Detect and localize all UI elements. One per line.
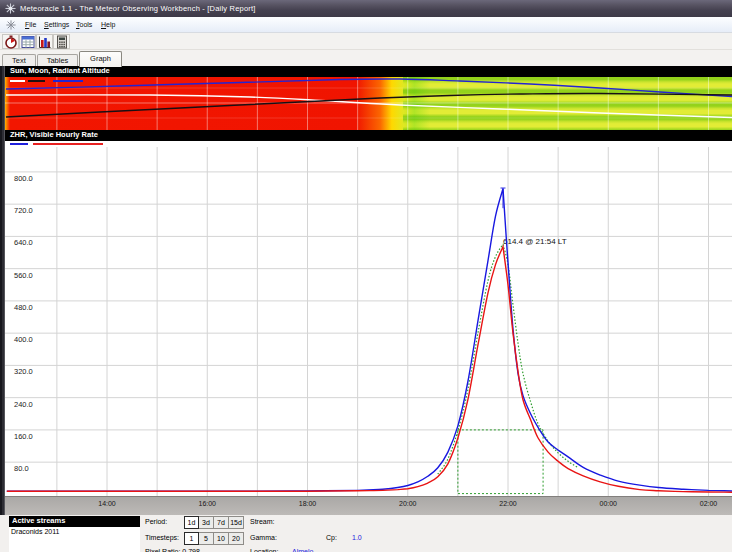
y-tick-label: 80.0 — [14, 464, 29, 473]
rate-panel-header: ZHR, Visible Hourly Rate — [5, 130, 732, 141]
stopwatch-icon[interactable] — [2, 34, 19, 49]
tab-graph[interactable]: Graph — [79, 51, 122, 67]
stream-label: Stream: — [250, 518, 275, 525]
pixel-ratio-value: 0.798 — [182, 548, 200, 552]
zhr-chart: 800.0720.0640.0560.0480.0400.0320.0240.0… — [5, 141, 732, 496]
app-icon — [5, 3, 16, 14]
menu-file[interactable]: File — [25, 21, 36, 28]
tab-strip: Text Tables Graph — [0, 50, 732, 67]
y-tick-label: 640.0 — [14, 238, 33, 247]
x-tick-label: 16:00 — [193, 500, 221, 507]
menu-tools[interactable]: Tools — [76, 21, 92, 28]
y-tick-label: 160.0 — [14, 432, 33, 441]
curve-visible-hourly-rate — [7, 247, 732, 493]
timestep-button-10[interactable]: 10 — [214, 532, 229, 545]
period-label: Period: — [145, 518, 167, 525]
x-tick-label: 02:00 — [695, 500, 723, 507]
calculator-icon[interactable] — [53, 34, 70, 49]
pixel-ratio-label: Pixel Ratio: 0.798 — [145, 548, 200, 552]
stream-list-item[interactable]: Draconids 2011 — [11, 528, 140, 535]
legend-swatch-moon — [28, 80, 45, 82]
document-icon[interactable] — [6, 20, 16, 30]
y-tick-label: 240.0 — [14, 400, 33, 409]
x-tick-label: 14:00 — [93, 500, 121, 507]
period-buttons: 1d3d7d15d — [184, 516, 244, 529]
menu-help[interactable]: Help — [101, 21, 115, 28]
x-tick-label: 22:00 — [494, 500, 522, 507]
menu-settings[interactable]: Settings — [44, 21, 69, 28]
x-tick-label: 20:00 — [394, 500, 422, 507]
y-tick-label: 320.0 — [14, 367, 33, 376]
y-tick-label: 560.0 — [14, 271, 33, 280]
curve-zhr — [7, 189, 732, 491]
location-value: Almelo — [292, 548, 313, 552]
altitude-band-chart — [5, 77, 732, 130]
location-label: Location: — [250, 548, 278, 552]
y-tick-label: 800.0 — [14, 174, 33, 183]
menu-bar: File Settings Tools Help — [0, 17, 732, 33]
period-button-15d[interactable]: 15d — [229, 516, 244, 529]
timestep-button-1[interactable]: 1 — [184, 532, 199, 545]
gamma-label: Gamma: — [250, 534, 277, 541]
active-streams-list[interactable]: Draconids 2011 — [9, 527, 140, 552]
timestep-button-5[interactable]: 5 — [199, 532, 214, 545]
control-panel: Active streams Draconids 2011 Period: 1d… — [0, 515, 732, 552]
period-button-7d[interactable]: 7d — [214, 516, 229, 529]
toolbar — [0, 33, 732, 50]
period-button-3d[interactable]: 3d — [199, 516, 214, 529]
active-streams-header: Active streams — [9, 516, 140, 527]
timestep-button-20[interactable]: 20 — [229, 532, 244, 545]
peak-annotation: 614.4 @ 21:54 LT — [503, 237, 567, 246]
altitude-panel-header: Sun, Moon, Radiant Altitude — [5, 66, 732, 77]
window-title: Meteoracle 1.1 - The Meteor Observing Wo… — [20, 0, 256, 17]
legend-swatch-sun — [10, 80, 25, 82]
cp-value: 1.0 — [352, 534, 362, 541]
x-axis: 14:0016:0018:0020:0022:0000:0002:00 — [5, 496, 732, 515]
period-button-1d[interactable]: 1d — [184, 516, 199, 529]
x-tick-label: 18:00 — [294, 500, 322, 507]
legend-swatch-radiant — [53, 80, 83, 82]
timesteps-label: Timesteps: — [145, 534, 179, 541]
y-tick-label: 720.0 — [14, 206, 33, 215]
table-icon[interactable] — [19, 34, 36, 49]
y-tick-label: 480.0 — [14, 303, 33, 312]
cp-label: Cp: — [326, 534, 337, 541]
title-bar: Meteoracle 1.1 - The Meteor Observing Wo… — [0, 0, 732, 17]
window-left-edge — [0, 66, 5, 552]
timestep-buttons: 151020 — [184, 532, 244, 545]
y-tick-label: 400.0 — [14, 335, 33, 344]
x-tick-label: 00:00 — [594, 500, 622, 507]
bar-chart-icon[interactable] — [36, 34, 53, 49]
